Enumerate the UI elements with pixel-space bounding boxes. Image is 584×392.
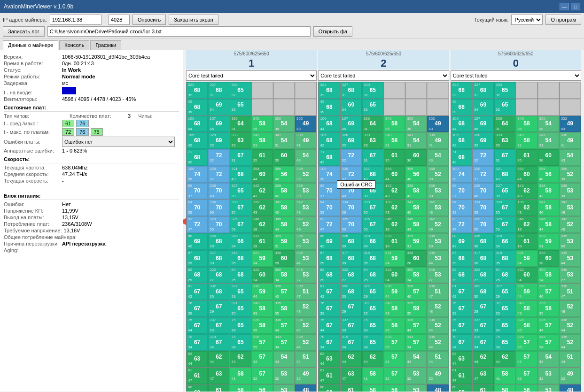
chip-cell: 3286634 bbox=[362, 233, 383, 250]
left-panel: Версия: 1066-50-19120301_d9f41bc_309b4ea… bbox=[0, 50, 183, 392]
chip-cell: 5650 bbox=[516, 384, 537, 392]
chip-cell: 3176830 bbox=[341, 250, 362, 267]
chip-cell: 3425249 bbox=[427, 216, 448, 233]
miner-column-0: 575/600/625/650 0 Core test failed 32268… bbox=[451, 50, 581, 392]
chip-cell: 3215934 bbox=[252, 250, 273, 267]
chip-cell: 3385147 bbox=[427, 284, 448, 300]
log-path-input[interactable] bbox=[47, 26, 311, 37]
chip-cell: 636344 bbox=[451, 351, 472, 368]
chip-cell: 3465835 bbox=[384, 116, 405, 132]
tavg-val2: 76 bbox=[76, 120, 88, 127]
miner1-status-select[interactable]: Core test failed bbox=[186, 70, 317, 81]
chip-cell: 1066844 bbox=[319, 116, 340, 132]
miner0-status-select[interactable]: Core test failed bbox=[451, 70, 581, 81]
open-file-button[interactable]: Открыть фа bbox=[313, 26, 352, 37]
chip-cell: 3435734 bbox=[405, 334, 427, 351]
chip-cell: 3347039 bbox=[473, 200, 494, 216]
chip-cell: 3306735 bbox=[362, 200, 383, 216]
tab-graphs[interactable]: Графики bbox=[90, 40, 121, 50]
chip-cell: 5443 bbox=[295, 149, 316, 166]
left-arrow-button[interactable]: ◀ bbox=[183, 216, 186, 226]
main-content: Версия: 1066-50-19120301_d9f41bc_309b4ea… bbox=[0, 50, 584, 392]
chip-cell: 5841 bbox=[494, 368, 515, 384]
capture-button[interactable]: Захватить экран bbox=[169, 15, 218, 25]
chip-cell: 5650 bbox=[252, 384, 273, 392]
chip-cell: 5248 bbox=[295, 300, 316, 317]
uptime-value: 0дн. 00:21:43 bbox=[62, 61, 94, 66]
chip-cell: 3376733 bbox=[473, 317, 494, 334]
chip-cell: 3336119 bbox=[516, 233, 537, 250]
chip-cell: 6729 bbox=[208, 300, 229, 317]
chip-cell: 3365244 bbox=[295, 317, 316, 334]
chip-cell: 1066844 bbox=[187, 116, 208, 132]
tab-miner-data[interactable]: Данные о майнере bbox=[3, 40, 58, 50]
tab-console[interactable]: Консоль bbox=[59, 40, 89, 50]
chip-cell: 3435831 bbox=[516, 132, 537, 149]
chip-cell: 3386028 bbox=[538, 250, 559, 267]
psu-power-label: Потребление плат: bbox=[4, 221, 60, 227]
psu-req-value: 13,16V bbox=[64, 228, 80, 233]
poll-button[interactable]: Опросить bbox=[132, 15, 166, 25]
chip-cell: 3276529 bbox=[494, 284, 515, 300]
chip-cell: 5744 bbox=[252, 351, 273, 368]
chip-cell: 3285735 bbox=[384, 334, 405, 351]
log-button[interactable]: Записать лог bbox=[3, 26, 45, 37]
version-label: Версия: bbox=[4, 54, 60, 60]
chip-cell: 6731 bbox=[362, 149, 383, 166]
chip-cell: 3365744 bbox=[405, 317, 427, 334]
chip-cell: 756534 bbox=[230, 317, 251, 334]
chip-cell: 1076945 bbox=[341, 116, 362, 132]
chip-cell: 3186835 bbox=[362, 250, 383, 267]
chip-cell: 826829 bbox=[187, 267, 208, 284]
chip-cell: 6244 bbox=[230, 351, 251, 368]
ip-input[interactable] bbox=[50, 15, 101, 25]
chip-cell: 3415431 bbox=[405, 132, 427, 149]
psu-errors-value: Нет bbox=[62, 201, 71, 207]
tavg-temps: 61 76 bbox=[62, 120, 89, 127]
chip-cell-empty bbox=[384, 82, 405, 99]
chip-cell: 3365740 bbox=[538, 284, 559, 300]
chip-cell: 3425348 bbox=[560, 200, 581, 216]
chip-cell: 3196734 bbox=[341, 334, 362, 351]
chip-cell: 3365744 bbox=[538, 317, 559, 334]
chip-cell: 846825 bbox=[494, 267, 515, 284]
minimize-button[interactable]: — bbox=[560, 3, 569, 10]
chip-cell: 5744 bbox=[516, 351, 537, 368]
chip-cell: 3355835 bbox=[273, 300, 295, 317]
chip-cell: 1007428 bbox=[187, 166, 208, 183]
chip-cell: 3546044 bbox=[384, 166, 405, 183]
chip-cell: 5144 bbox=[295, 351, 316, 368]
avg-speed-row: Средняя скорость: 47.24 TH/s bbox=[4, 171, 179, 177]
chip-cell: 3287040 bbox=[473, 183, 494, 200]
chip-cell: 3565648 bbox=[273, 166, 295, 183]
freq-row: Текущая частота: 638.04Mhz bbox=[4, 165, 179, 170]
chip-cell: 3256753 bbox=[494, 216, 515, 233]
tmax-label: t - макс. по платам: bbox=[4, 129, 60, 135]
errors-select[interactable]: Ошибок нет bbox=[62, 137, 175, 147]
chip-cell-empty bbox=[427, 99, 448, 115]
psu-errors-row: Ошибки: Нет bbox=[4, 201, 179, 207]
chip-cell: 3226034 bbox=[252, 267, 273, 284]
toolbar-row-1: IP адрес майнера: : Опросить Захватить э… bbox=[3, 15, 581, 25]
miner2-status-select[interactable]: Core test failed bbox=[318, 70, 449, 81]
tabs-bar: Данные о майнере Консоль Графики bbox=[0, 38, 584, 50]
cur-speed-value: - bbox=[62, 178, 64, 184]
maximize-button[interactable]: □ bbox=[571, 3, 580, 10]
chip-cell: 1056842 bbox=[187, 132, 208, 149]
about-button[interactable]: О програм bbox=[545, 15, 581, 25]
chip-grid: 3226832327683133065324568396934653310668… bbox=[186, 82, 317, 392]
fans-label: Вентиляторы: bbox=[4, 96, 60, 102]
chip-cell: 3435831 bbox=[384, 132, 405, 149]
chip-cell: 3306532 bbox=[494, 82, 515, 99]
chip-cell: 3355344 bbox=[295, 250, 316, 267]
chip-cell: 3026830 bbox=[341, 284, 362, 300]
port-input[interactable] bbox=[109, 15, 130, 25]
chip-cell: 5838 bbox=[494, 384, 515, 392]
chip-cell: 4846 bbox=[427, 384, 448, 392]
lang-select[interactable]: Русский bbox=[511, 15, 543, 25]
chip-cell: 3286634 bbox=[230, 233, 251, 250]
mode-label: Режим работы: bbox=[4, 74, 60, 79]
chip-cell: 636344 bbox=[187, 351, 208, 368]
chip-cell: 3306735 bbox=[494, 200, 515, 216]
chip-cell: 1066844 bbox=[451, 116, 472, 132]
